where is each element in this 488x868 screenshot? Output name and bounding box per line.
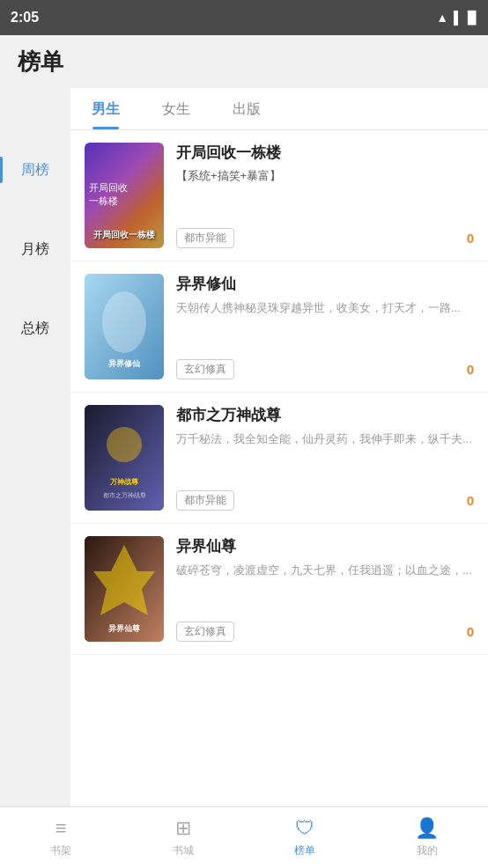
book-tag: 玄幻修真 [176,359,234,379]
nav-item-bookstore[interactable]: ⊞ 书城 [122,817,245,858]
mine-icon: 👤 [415,817,439,840]
tab-male[interactable]: 男生 [70,88,141,129]
signal-icon: ▌ [454,11,462,25]
book-count: 0 [467,624,474,639]
svg-text:异界修仙: 异界修仙 [108,359,140,368]
book-info: 都市之万神战尊 万千秘法，我全知全能，仙丹灵药，我伸手即来，纵千夫... 都市异… [176,405,474,511]
book-info: 开局回收一栋楼 【系统+搞笑+暴富】 都市异能 0 [176,143,474,248]
book-title: 异界修仙 [176,274,474,294]
book-count: 0 [467,231,474,246]
nav-item-mine[interactable]: 👤 我的 [366,817,489,858]
sidebar-item-monthly[interactable]: 月榜 [0,210,70,289]
wifi-icon: ▲ [436,11,448,25]
nav-item-bookshelf[interactable]: ≡ 书架 [0,817,122,858]
book-title: 开局回收一栋楼 [176,143,474,163]
book-count: 0 [467,362,474,377]
sidebar: 周榜 月榜 总榜 [0,130,70,806]
book-tag-row: 都市异能 0 [176,490,474,511]
header-area: 榜单 [0,35,488,88]
book-cover: 万神战尊 都市之万神战尊 [85,405,164,511]
book-tag-row: 玄幻修真 0 [176,359,474,379]
book-description: 天朝传人携神秘灵珠穿越异世，收美女，打天才，一路... [176,299,474,317]
book-tag-row: 都市异能 0 [176,228,474,248]
sidebar-item-weekly[interactable]: 周榜 [0,130,70,210]
nav-label-bookstore: 书城 [173,843,194,858]
book-subtitle: 【系统+搞笑+暴富】 [176,168,474,184]
bottom-nav: ≡ 书架 ⊞ 书城 🛡 榜单 👤 我的 [0,806,488,868]
book-description: 破碎苍穹，凌渡虚空，九天七界，任我逍遥；以血之途，... [176,562,474,579]
svg-text:异界仙尊: 异界仙尊 [108,623,141,633]
svg-text:都市之万神战尊: 都市之万神战尊 [103,492,146,499]
book-list: 开局回收一栋楼 开局回收一栋楼 【系统+搞笑+暴富】 都市异能 0 [70,130,488,806]
svg-point-1 [102,291,146,353]
book-title: 都市之万神战尊 [176,405,474,425]
status-time: 2:05 [11,10,39,26]
status-bar: 2:05 ▲ ▌ ▉ [0,0,488,35]
list-item[interactable]: 异界仙尊 异界仙尊 破碎苍穹，凌渡虚空，九天七界，任我逍遥；以血之途，... 玄… [70,524,488,655]
book-description: 万千秘法，我全知全能，仙丹灵药，我伸手即来，纵千夫... [176,430,474,448]
app-container: 2:05 ▲ ▌ ▉ 榜单 男生 女生 出版 周榜 月榜 总榜 [0,0,488,868]
rankings-icon: 🛡 [295,817,314,840]
book-cover: 开局回收一栋楼 [85,143,164,248]
bookstore-icon: ⊞ [175,817,191,840]
list-item[interactable]: 异界修仙 异界修仙 天朝传人携神秘灵珠穿越异世，收美女，打天才，一路... 玄幻… [70,261,488,393]
cover-art: 异界仙尊 [85,536,164,642]
status-icons: ▲ ▌ ▉ [436,11,477,25]
list-item[interactable]: 万神战尊 都市之万神战尊 都市之万神战尊 万千秘法，我全知全能，仙丹灵药，我伸手… [70,393,488,524]
book-tag: 玄幻修真 [176,622,234,642]
book-cover: 异界修仙 [85,274,164,379]
nav-label-rankings: 榜单 [294,843,315,858]
book-tag: 都市异能 [176,490,234,511]
nav-label-bookshelf: 书架 [50,843,71,858]
tab-publish[interactable]: 出版 [211,88,282,129]
page-title: 榜单 [18,47,470,77]
tab-bar: 男生 女生 出版 [70,88,488,130]
tab-female[interactable]: 女生 [141,88,211,129]
battery-icon: ▉ [468,11,477,25]
nav-label-mine: 我的 [417,843,438,858]
book-info: 异界修仙 天朝传人携神秘灵珠穿越异世，收美女，打天才，一路... 玄幻修真 0 [176,274,474,379]
nav-item-rankings[interactable]: 🛡 榜单 [244,817,366,858]
book-info: 异界仙尊 破碎苍穹，凌渡虚空，九天七界，任我逍遥；以血之途，... 玄幻修真 0 [176,536,474,642]
book-count: 0 [467,493,474,508]
sidebar-item-total[interactable]: 总榜 [0,289,70,368]
book-tag: 都市异能 [176,228,234,248]
cover-art: 万神战尊 都市之万神战尊 [85,405,164,511]
svg-text:万神战尊: 万神战尊 [109,477,138,486]
book-title: 异界仙尊 [176,536,474,556]
svg-point-4 [107,427,142,462]
book-tag-row: 玄幻修真 0 [176,622,474,642]
book-cover: 异界仙尊 [85,536,164,642]
cover-art: 异界修仙 [85,274,164,379]
list-item[interactable]: 开局回收一栋楼 开局回收一栋楼 【系统+搞笑+暴富】 都市异能 0 [70,130,488,261]
bookshelf-icon: ≡ [55,817,67,840]
